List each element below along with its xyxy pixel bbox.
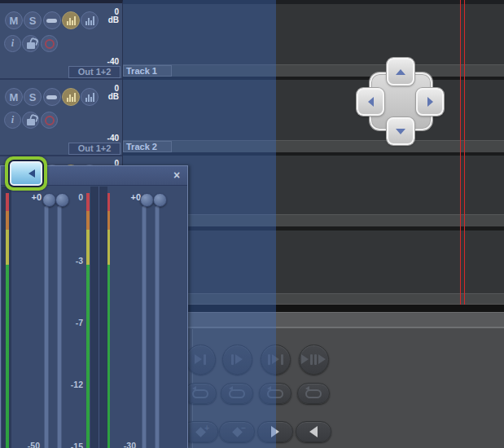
gain-knob[interactable]	[140, 193, 154, 207]
collapse-track-button[interactable]	[43, 88, 61, 106]
fader-track[interactable]	[155, 206, 160, 448]
play-between-cues-icon	[272, 354, 279, 364]
gain-knob[interactable]	[153, 193, 167, 207]
remove-marker-button[interactable]: −	[219, 421, 255, 442]
level-meter-icon	[85, 16, 94, 25]
down-arrow-icon	[396, 129, 405, 134]
scroll-navigator	[352, 53, 449, 151]
db-unit-label: dB	[98, 92, 119, 101]
minimize-bar-icon	[46, 95, 57, 99]
main-level-meter-left	[86, 193, 90, 448]
lock-button[interactable]	[22, 35, 39, 52]
level-meter-icon	[67, 93, 76, 102]
cue-then-play-button[interactable]	[222, 345, 252, 375]
main-level-meter-right	[107, 193, 111, 448]
right-meter-min-label: -30	[112, 441, 136, 448]
arm-record-button[interactable]	[41, 112, 58, 129]
unlock-icon	[27, 42, 35, 49]
play-loop-section-button[interactable]	[299, 345, 329, 375]
record-icon	[45, 39, 55, 49]
cue-then-play-icon	[235, 354, 243, 364]
unlock-icon	[27, 119, 35, 125]
meter-mode-button[interactable]	[81, 11, 99, 29]
scale-tick: -7	[58, 318, 83, 327]
track1-name-tab[interactable]: Track 1	[123, 65, 172, 77]
info-button[interactable]: i	[4, 35, 21, 52]
arm-record-button[interactable]	[41, 35, 58, 52]
triangle-left-icon	[309, 426, 318, 437]
header-divider	[0, 78, 123, 80]
loop-button-4[interactable]	[297, 383, 330, 404]
meter-well-divider	[99, 187, 99, 448]
triangle-right-icon	[271, 426, 279, 437]
prev-marker-button[interactable]	[296, 421, 331, 442]
meter-mode-button-active[interactable]	[62, 88, 80, 106]
track2-name[interactable]: Track 2	[126, 142, 157, 152]
loop-icon	[192, 389, 208, 398]
level-meter-icon	[67, 16, 76, 25]
record-icon	[45, 116, 55, 125]
db-min-label: -40	[98, 57, 119, 66]
lock-button[interactable]	[22, 112, 39, 129]
loop-button-3[interactable]	[259, 383, 291, 404]
gain-knob[interactable]	[42, 193, 56, 207]
meter-mode-button[interactable]	[81, 88, 99, 106]
solo-button[interactable]: S	[24, 88, 42, 106]
loop-button-1[interactable]	[184, 383, 217, 404]
meter-window: × +0 0 -3 -7 -12 -15 +0 -50 -30	[0, 165, 188, 448]
play-then-stop-button[interactable]	[186, 345, 216, 375]
left-meter-min-label: -50	[15, 441, 40, 448]
solo-button[interactable]: S	[24, 11, 42, 29]
db-max-label: 0	[98, 159, 119, 165]
loop-icon	[267, 389, 283, 398]
db-min-label: -40	[98, 134, 119, 143]
fader-track[interactable]	[142, 206, 147, 448]
mute-button[interactable]: M	[5, 11, 23, 29]
left-arrow-icon	[368, 97, 374, 107]
track2-name-tab[interactable]: Track 2	[123, 141, 172, 152]
meter-mode-button-active[interactable]	[62, 11, 80, 29]
close-button[interactable]: ×	[169, 168, 184, 182]
fader-track[interactable]	[44, 206, 49, 448]
up-arrow-icon	[396, 69, 405, 75]
scroll-up-button[interactable]	[387, 58, 414, 86]
daw-window: Track 1 Track 2 + −	[0, 0, 504, 448]
close-icon: ×	[173, 169, 180, 182]
mute-button[interactable]: M	[5, 88, 23, 106]
track1-name[interactable]: Track 1	[126, 66, 157, 76]
minimize-bar-icon	[46, 19, 57, 23]
right-arrow-icon	[427, 97, 433, 107]
left-triangle-icon	[28, 169, 35, 178]
playhead[interactable]	[460, 0, 465, 305]
loop-icon	[229, 389, 245, 398]
main-meter-well	[90, 187, 107, 448]
output-selector[interactable]: Out 1+2	[68, 143, 121, 155]
loop-icon	[305, 389, 322, 398]
play-between-cues-button[interactable]	[261, 345, 291, 375]
scroll-right-button[interactable]	[416, 88, 444, 116]
play-then-stop-icon	[195, 354, 202, 364]
play-loop-section-icon	[301, 354, 309, 364]
db-unit-label: dB	[98, 15, 119, 24]
left-level-meter	[6, 193, 9, 448]
left-gain-label: +0	[22, 192, 42, 202]
collapse-panel-button[interactable]	[10, 161, 42, 186]
scroll-left-button[interactable]	[357, 88, 384, 116]
scale-tick: -12	[58, 380, 83, 389]
scale-tick: 0	[58, 192, 83, 202]
next-marker-button[interactable]	[257, 421, 293, 442]
info-button[interactable]: i	[4, 112, 21, 129]
loop-button-2[interactable]	[221, 383, 253, 404]
scroll-down-button[interactable]	[387, 117, 414, 145]
output-selector[interactable]: Out 1+2	[68, 66, 121, 78]
right-gain-label: +0	[121, 192, 141, 202]
scale-tick: -15	[58, 441, 83, 448]
collapse-track-button[interactable]	[43, 11, 61, 29]
scale-tick: -3	[58, 256, 83, 266]
highlight-ring	[5, 156, 47, 191]
track-header-column: M S i 0 dB -40 Out 1+2 M S	[0, 0, 123, 165]
level-meter-icon	[85, 93, 94, 102]
